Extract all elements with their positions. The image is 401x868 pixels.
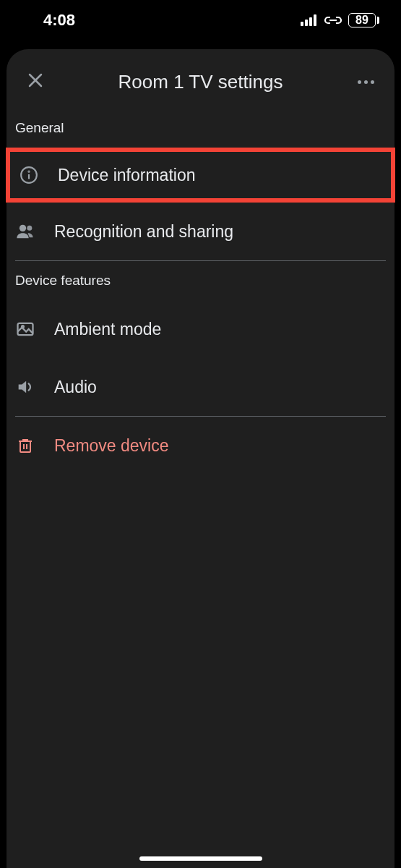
status-time: 4:08: [43, 11, 75, 30]
svg-point-9: [20, 225, 26, 231]
row-remove-device[interactable]: Remove device: [7, 417, 394, 475]
section-label-general: General: [7, 114, 394, 148]
row-label: Remove device: [54, 436, 169, 456]
svg-point-8: [28, 171, 29, 172]
link-icon: [324, 14, 342, 26]
more-options-button[interactable]: [350, 66, 381, 98]
svg-point-10: [27, 226, 32, 231]
battery-level: 89: [348, 13, 376, 27]
more-horizontal-icon: [358, 80, 374, 84]
close-icon: [27, 72, 44, 92]
info-icon: [19, 165, 39, 185]
close-button[interactable]: [20, 66, 51, 98]
settings-sheet: Room 1 TV settings General Device inform…: [7, 49, 394, 868]
row-recognition-sharing[interactable]: Recognition and sharing: [7, 203, 394, 260]
cellular-signal-icon: [301, 14, 318, 26]
row-audio[interactable]: Audio: [7, 358, 394, 416]
status-icons: 89: [301, 13, 379, 27]
section-label-features: Device features: [7, 261, 394, 300]
highlight-annotation: Device information: [6, 148, 395, 203]
svg-rect-3: [314, 14, 316, 26]
speaker-icon: [15, 377, 35, 397]
svg-rect-0: [301, 22, 303, 26]
trash-icon: [15, 435, 35, 456]
row-label: Ambient mode: [54, 320, 161, 339]
row-label: Recognition and sharing: [54, 222, 233, 242]
svg-point-12: [22, 326, 24, 328]
row-label: Device information: [58, 166, 195, 185]
home-indicator[interactable]: [139, 856, 262, 861]
people-icon: [15, 221, 35, 242]
svg-rect-1: [305, 20, 308, 26]
svg-rect-13: [20, 441, 30, 452]
battery-indicator: 89: [348, 13, 379, 27]
page-title: Room 1 TV settings: [51, 71, 350, 93]
row-ambient-mode[interactable]: Ambient mode: [7, 300, 394, 358]
sheet-header: Room 1 TV settings: [7, 49, 394, 114]
svg-rect-2: [309, 17, 312, 26]
row-device-information[interactable]: Device information: [10, 152, 391, 198]
image-icon: [15, 319, 35, 339]
row-label: Audio: [54, 378, 97, 397]
status-bar: 4:08 89: [0, 0, 401, 40]
